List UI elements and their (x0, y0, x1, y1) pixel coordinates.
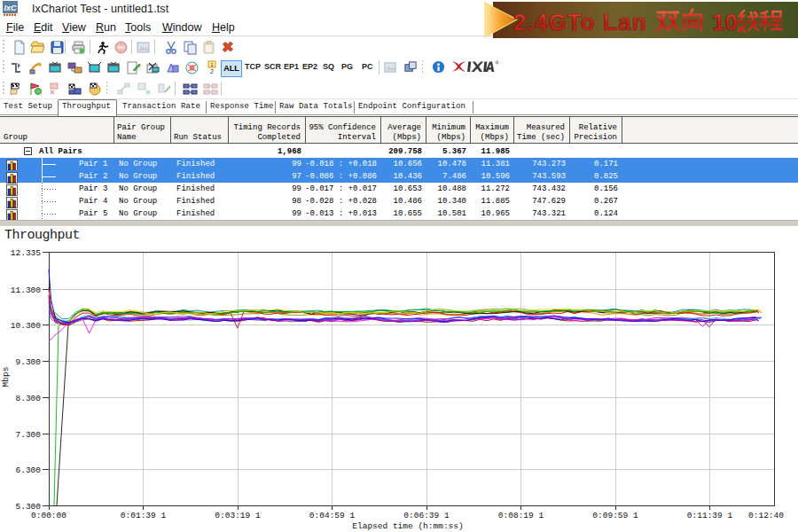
svg-text:10: 10 (712, 9, 738, 35)
svg-text:0:06:39 1: 0:06:39 1 (403, 511, 450, 520)
svg-text:0:11:39 1: 0:11:39 1 (687, 511, 733, 520)
svg-text:5.300: 5.300 (15, 502, 41, 512)
svg-text:8.300: 8.300 (15, 394, 41, 403)
svg-text:11.300: 11.300 (11, 286, 42, 295)
svg-text:Mbps: Mbps (1, 367, 11, 387)
svg-text:0:12:40: 0:12:40 (748, 511, 784, 520)
svg-text:6.300: 6.300 (15, 466, 41, 475)
svg-text:7.300: 7.300 (15, 430, 41, 440)
svg-text:0:04:59 1: 0:04:59 1 (309, 511, 356, 520)
svg-text:0:01:39 1: 0:01:39 1 (121, 511, 167, 520)
svg-text:2.4GTo Lan: 2.4GTo Lan (513, 9, 647, 35)
svg-text:IxC: IxC (4, 4, 17, 12)
svg-text:12.335: 12.335 (11, 248, 42, 258)
svg-text:0:08:19 1: 0:08:19 1 (498, 511, 544, 520)
svg-text:10.300: 10.300 (11, 321, 42, 331)
svg-text:0:00:00: 0:00:00 (31, 511, 66, 520)
svg-text:2: 2 (210, 68, 214, 74)
svg-text:0:03:19 1: 0:03:19 1 (215, 511, 261, 520)
svg-text:Elapsed time (h:mm:ss): Elapsed time (h:mm:ss) (352, 521, 463, 531)
svg-text:0:09:59 1: 0:09:59 1 (592, 511, 638, 520)
svg-text:9.300: 9.300 (15, 357, 41, 367)
